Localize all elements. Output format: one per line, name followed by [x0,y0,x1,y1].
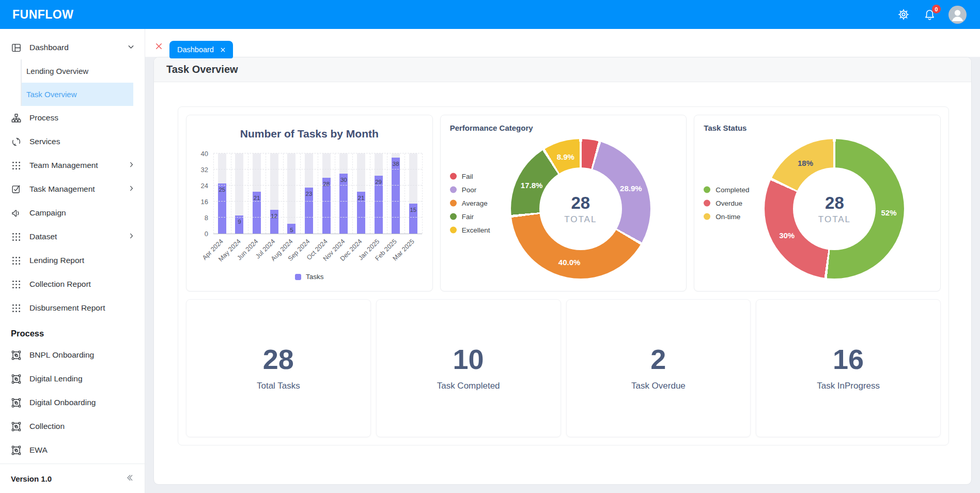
sidebar-item-label: EWA [29,445,48,455]
tasks-by-month-card: Number of Tasks by Month 259211252328302… [186,115,433,291]
dashboard-icon [11,42,22,53]
close-all-tabs-icon[interactable] [153,41,164,51]
sidebar-item-digital-onboarding[interactable]: Digital Onboarding [0,391,145,414]
bar-column: 12 [266,153,283,234]
sidebar-menu: DashboardLending OverviewTask OverviewPr… [0,29,145,464]
stat-card-task-completed: 10Task Completed [376,299,561,437]
notification-badge: 0 [932,5,941,13]
legend-label: Fail [462,173,473,180]
main-area: Dashboard Task Overview Number [145,29,980,493]
legend-marker [450,227,457,234]
sidebar-item-digital-lending[interactable]: Digital Lending [0,367,145,391]
chevron-right-icon [128,184,135,194]
donut-slice-label-fair: 17.8% [521,180,543,189]
donut-total-label: TOTAL [818,214,851,225]
sidebar-item-label: Collection [29,422,65,431]
donut-slice-label-poor: 28.9% [620,184,642,193]
sidebar-item-team-management[interactable]: Team Management [0,153,145,177]
sidebar-item-label: Collection Report [29,280,91,289]
collapse-sidebar-icon[interactable] [125,473,134,484]
legend-item-average[interactable]: Average [450,199,490,207]
brand-logo: FUNFLOW [12,8,73,22]
sidebar-item-bnpl-onboarding[interactable]: BNPL Onboarding [0,343,145,367]
megaphone-icon [11,208,22,219]
legend-item-completed[interactable]: Completed [704,186,749,194]
y-axis-tick: 40 [191,150,208,158]
content-area: Task Overview Number of Tasks by Month 2… [145,57,980,493]
sidebar-item-ewa[interactable]: EWA [0,438,145,462]
y-axis-tick: 24 [191,182,208,190]
sidebar-item-dashboard[interactable]: Dashboard [0,36,145,59]
page-title: Task Overview [154,57,971,82]
sidebar-item-process[interactable]: Process [0,106,145,130]
sidebar-submenu: Lending OverviewTask Overview [21,59,133,106]
sidebar-item-services[interactable]: Services [0,130,145,153]
stat-card-task-inprogress: 16Task InProgress [756,299,941,437]
sidebar: DashboardLending OverviewTask OverviewPr… [0,29,145,493]
donut-center: 28TOTAL [793,167,876,250]
sidebar-item-collection[interactable]: Collection [0,414,145,438]
workflow-icon [11,397,22,408]
tab-close-icon[interactable] [220,47,226,53]
performance-category-card: Performance Category FailPoorAverageFair… [440,115,687,291]
task-status-donut-chart[interactable]: 52%30%18%28TOTAL [765,139,904,279]
bar-chart-legend[interactable]: Tasks [186,273,432,281]
sidebar-item-task-management[interactable]: Task Management [0,177,145,201]
tab-bar: Dashboard [145,29,980,57]
sidebar-item-label: Services [29,137,60,146]
sidebar-item-collection-report[interactable]: Collection Report [0,272,145,296]
bar-value-label: 9 [231,219,248,225]
bar-value-label: 21 [352,195,370,201]
y-axis-tick: 32 [191,166,208,174]
donut-slice-label-overdue: 30% [779,230,795,239]
legend-label: Completed [715,186,749,194]
bar-column: 21 [248,153,266,234]
chevron-down-icon [127,42,135,53]
legend-marker [450,173,457,180]
user-avatar[interactable] [948,6,967,24]
bar-value-label: 25 [213,187,231,193]
legend-label: On-time [715,213,740,221]
stat-label: Task Overdue [631,381,686,391]
bar-value-label: 23 [300,191,318,197]
tab-label: Dashboard [177,45,214,54]
stat-card-task-overdue: 2Task Overdue [566,299,751,437]
bar-track [287,153,295,234]
sidebar-item-lending-report[interactable]: Lending Report [0,249,145,272]
donut-slice-label-on-time: 18% [798,159,813,167]
stats-row: 28Total Tasks10Task Completed2Task Overd… [186,299,941,437]
sidebar-section-process: Process [0,320,145,343]
legend-item-fail[interactable]: Fail [450,173,490,180]
sidebar-item-task-overview[interactable]: Task Overview [22,83,133,106]
sidebar-item-dataset[interactable]: Dataset [0,225,145,249]
settings-gear-icon[interactable] [897,8,910,21]
top-bar: FUNFLOW 0 [0,0,980,29]
legend-item-on-time[interactable]: On-time [704,213,749,221]
chevron-right-icon [128,232,135,242]
sidebar-item-lending-overview[interactable]: Lending Overview [22,59,133,83]
version-label: Version 1.0 [11,474,52,483]
dots-grid-icon [11,255,22,266]
legend-item-fair[interactable]: Fair [450,213,490,221]
sidebar-item-label: Dashboard [29,43,69,52]
sidebar-item-label: Digital Lending [29,374,83,383]
tab-dashboard[interactable]: Dashboard [169,41,233,58]
stat-label: Task Completed [437,381,500,391]
bar-column: 29 [370,153,387,234]
page-panel: Task Overview Number of Tasks by Month 2… [153,57,972,485]
workflow-icon [11,374,22,384]
notifications-bell-icon[interactable]: 0 [923,8,936,21]
legend-item-poor[interactable]: Poor [450,186,490,194]
dashboard-container-card: Number of Tasks by Month 259211252328302… [178,106,949,445]
sidebar-item-disbursement-report[interactable]: Disbursement Report [0,296,145,320]
workflow-icon [11,445,22,456]
legend-item-excellent[interactable]: Excellent [450,226,490,234]
legend-item-overdue[interactable]: Overdue [704,199,749,207]
sidebar-item-label: Process [29,113,58,122]
sidebar-item-campaign[interactable]: Campaign [0,201,145,225]
sidebar-item-label: Task Management [29,184,95,194]
performance-donut-chart[interactable]: 28.9%40.0%17.8%8.9%28TOTAL [511,139,650,279]
bar-value-label: 38 [387,161,405,167]
app-root: FUNFLOW 0 [0,0,980,493]
sidebar-item-label: Dataset [29,232,57,241]
